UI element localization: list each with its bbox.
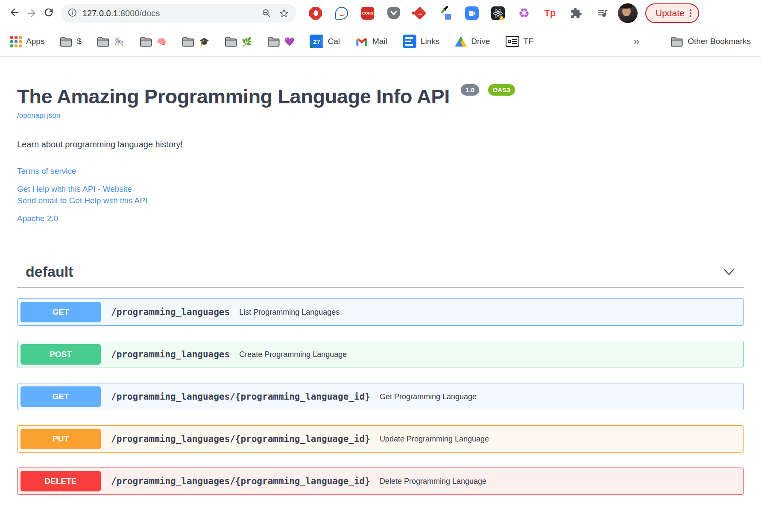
bookmark-drive[interactable]: Drive xyxy=(455,36,490,47)
endpoint-summary: Get Programming Language xyxy=(380,392,477,401)
bookmark-label: Cal xyxy=(328,37,340,46)
bookmarks-overflow-chevron[interactable]: » xyxy=(634,35,639,47)
bookmark-folder-carousel[interactable]: 🎠 xyxy=(97,36,124,47)
endpoint-summary: Update Programming Language xyxy=(380,435,489,444)
bookmark-label: 💜 xyxy=(284,37,295,47)
tf-card-icon xyxy=(506,36,519,47)
reload-button[interactable] xyxy=(40,5,57,22)
oas3-badge: OAS3 xyxy=(488,84,515,96)
adblock-extension-icon[interactable] xyxy=(308,6,323,20)
endpoint-summary: List Programming Languages xyxy=(239,308,340,317)
reload-icon xyxy=(43,6,55,20)
drive-icon xyxy=(455,36,467,47)
forward-button[interactable] xyxy=(23,5,40,22)
endpoint-summary: Delete Programming Language xyxy=(380,477,486,486)
media-controls-icon[interactable] xyxy=(595,6,609,20)
bookmark-folder-heart[interactable]: 💜 xyxy=(267,36,295,47)
folder-icon xyxy=(670,36,683,47)
bookmark-label: Drive xyxy=(471,37,490,46)
folder-icon xyxy=(225,36,237,47)
section-header[interactable]: default xyxy=(17,263,744,288)
cors-extension-icon[interactable]: CORS xyxy=(360,6,375,20)
endpoint-row[interactable]: PUT /programming_languages/{programming_… xyxy=(17,425,744,453)
extensions-puzzle-icon[interactable] xyxy=(569,6,583,20)
endpoint-summary: Create Programming Language xyxy=(239,350,347,359)
links-icon xyxy=(403,35,416,48)
page-info-icon[interactable] xyxy=(67,8,77,19)
gmail-icon xyxy=(355,36,368,47)
red-arrow-extension-icon[interactable]: → xyxy=(413,6,427,20)
swagger-docs-page: The Amazing Programming Language Info AP… xyxy=(0,57,761,495)
apps-grid-icon xyxy=(10,36,22,47)
endpoint-row[interactable]: GET /programming_languages List Programm… xyxy=(17,298,744,326)
back-icon xyxy=(9,6,20,20)
default-tag-section: default GET /programming_languages List … xyxy=(17,263,744,495)
folder-icon xyxy=(140,36,152,47)
endpoint-path: /programming_languages/{programming_lang… xyxy=(111,392,370,402)
apps-shortcut[interactable]: Apps xyxy=(10,36,44,47)
bookmark-mail[interactable]: Mail xyxy=(355,36,387,47)
method-badge: PUT xyxy=(20,429,101,449)
bookmark-label: Links xyxy=(421,37,439,46)
bookmark-folder-herb[interactable]: 🌿 xyxy=(225,36,252,47)
folder-icon xyxy=(182,36,195,47)
collapse-chevron-icon[interactable] xyxy=(723,268,735,276)
zoom-out-icon[interactable] xyxy=(261,8,272,18)
bookmark-label: $ xyxy=(77,37,82,46)
page-title: The Amazing Programming Language Info AP… xyxy=(17,84,744,108)
bookmark-label: 🎓 xyxy=(199,37,209,47)
bookmark-label: TF xyxy=(524,37,533,46)
bookmark-links[interactable]: Links xyxy=(403,35,439,48)
api-description: Learn about programming language history… xyxy=(17,140,744,149)
license-link[interactable]: Apache 2.0 xyxy=(17,214,58,223)
bookmark-tf[interactable]: TF xyxy=(506,36,533,47)
bookmark-folder-dollar[interactable]: $ xyxy=(60,36,82,47)
other-bookmarks[interactable]: Other Bookmarks xyxy=(670,36,751,47)
bookmark-label: Mail xyxy=(372,37,387,46)
endpoint-row[interactable]: POST /programming_languages Create Progr… xyxy=(17,341,744,368)
contact-email-link[interactable]: Send email to Get Help with this API xyxy=(17,196,147,205)
bookmark-label: 🌿 xyxy=(242,37,252,47)
apps-label: Apps xyxy=(26,37,44,46)
api-title-text: The Amazing Programming Language Info AP… xyxy=(17,85,450,108)
browser-menu-icon[interactable] xyxy=(690,9,691,17)
react-devtools-extension-icon[interactable] xyxy=(491,6,505,20)
forward-icon xyxy=(26,7,38,19)
version-badge: 1.0 xyxy=(461,84,479,96)
endpoint-row[interactable]: DELETE /programming_languages/{programmi… xyxy=(17,468,744,495)
bookmark-label: 🎠 xyxy=(114,37,124,47)
bookmark-folder-brain[interactable]: 🧠 xyxy=(140,36,167,47)
contact-website-link[interactable]: Get Help with this API - Website xyxy=(17,184,132,194)
color-picker-extension-icon[interactable] xyxy=(439,6,453,20)
endpoint-list: GET /programming_languages List Programm… xyxy=(17,298,744,495)
url-text: 127.0.0.1:8000/docs xyxy=(82,9,160,18)
browser-toolbar: 127.0.0.1:8000/docs CORS → xyxy=(0,0,761,26)
extensions-area: CORS → ♻ Tp xyxy=(308,6,609,20)
address-bar[interactable]: 127.0.0.1:8000/docs xyxy=(61,4,296,23)
tp-extension-icon[interactable]: Tp xyxy=(543,6,557,20)
endpoint-path: /programming_languages/{programming_lang… xyxy=(111,434,370,444)
method-badge: GET xyxy=(20,302,101,322)
openapi-json-link[interactable]: /openapi.json xyxy=(17,111,60,120)
update-button[interactable]: Update xyxy=(645,3,699,23)
method-badge: POST xyxy=(20,344,101,365)
calendar-icon: 27 xyxy=(310,35,323,48)
recycle-extension-icon[interactable]: ♻ xyxy=(517,6,531,20)
endpoint-path: /programming_languages xyxy=(111,307,230,317)
endpoint-row[interactable]: GET /programming_languages/{programming_… xyxy=(17,383,744,410)
profile-avatar[interactable] xyxy=(618,3,638,23)
terms-of-service-link[interactable]: Terms of service xyxy=(17,167,76,176)
bookmarks-divider xyxy=(655,34,655,49)
bookmark-folder-graduation[interactable]: 🎓 xyxy=(182,36,209,47)
endpoint-path: /programming_languages xyxy=(111,349,230,360)
section-title: default xyxy=(26,263,73,280)
bookmark-calendar[interactable]: 27 Cal xyxy=(310,35,340,48)
pocket-extension-icon[interactable] xyxy=(386,6,401,20)
back-button[interactable] xyxy=(6,5,23,22)
folder-icon xyxy=(60,36,73,47)
folder-icon xyxy=(267,36,280,47)
zoom-video-extension-icon[interactable] xyxy=(465,6,479,20)
chat-bubble-extension-icon[interactable] xyxy=(334,6,349,20)
bookmark-label: 🧠 xyxy=(157,37,167,47)
bookmark-star-icon[interactable] xyxy=(278,8,290,19)
